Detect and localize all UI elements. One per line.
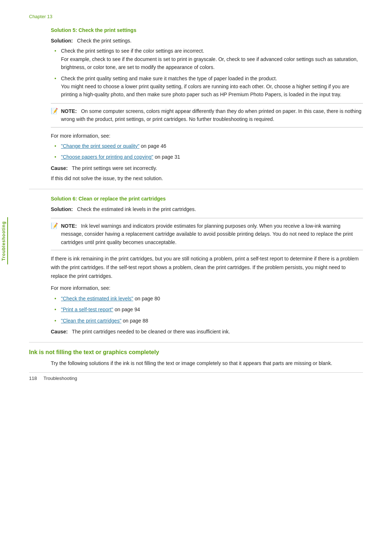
solution6-link-3-anchor[interactable]: "Clean the print cartridges" [61, 318, 121, 324]
solution6-link-1-suffix: on page 80 [133, 296, 160, 301]
footer: 118 Troubleshooting [29, 372, 363, 381]
ink-section-body: Try the following solutions if the ink i… [51, 359, 363, 368]
solution6-body-para: If there is ink remaining in the print c… [51, 255, 363, 280]
solution5-bullet-2: Check the print quality setting and make… [54, 74, 363, 99]
solution6-links-list: "Check the estimated ink levels" on page… [51, 295, 363, 325]
solution5-note-box: 📝 NOTE: On some computer screens, colors… [51, 103, 363, 127]
solution5-block: Solution 5: Check the print settings Sol… [29, 27, 363, 182]
solution6-note-box: 📝 NOTE: Ink level warnings and indicator… [51, 218, 363, 250]
solution5-bullets: Check the print settings to see if the c… [51, 47, 363, 98]
solution5-link-1-anchor[interactable]: "Change the print speed or quality" [61, 143, 139, 149]
solution5-link-2-anchor[interactable]: "Choose papers for printing and copying" [61, 154, 153, 160]
solution5-title: Solution 5: Check the print settings [51, 27, 363, 33]
solution5-bullet-1-main: Check the print settings to see if the c… [61, 48, 204, 54]
divider-2 [29, 342, 363, 343]
solution6-note-text: NOTE: Ink level warnings and indicators … [61, 222, 363, 246]
solution5-note-label: NOTE: [61, 108, 77, 114]
solution6-solution-line: Solution: Check the estimated ink levels… [51, 205, 363, 213]
solution5-bullet-2-sub: You might need to choose a lower print q… [61, 84, 349, 97]
solution5-solution-label: Solution: [51, 38, 73, 44]
solution5-link-2: "Choose papers for printing and copying"… [54, 153, 363, 161]
footer-section-label: Troubleshooting [44, 376, 77, 381]
solution5-link-2-suffix: on page 31 [153, 154, 180, 160]
solution5-cause-label: Cause: [51, 165, 68, 171]
solution6-link-2-suffix: on page 94 [113, 307, 140, 312]
solution5-for-more: For more information, see: [51, 132, 363, 140]
solution6-link-1: "Check the estimated ink levels" on page… [54, 295, 363, 303]
solution6-link-1-anchor[interactable]: "Check the estimated ink levels" [61, 296, 133, 301]
solution5-cause-text: The print settings were set incorrectly. [72, 165, 157, 171]
solution5-solution-text: Check the print settings. [77, 38, 131, 44]
solution6-note-label: NOTE: [61, 223, 77, 229]
footer-page-number: 118 [29, 376, 37, 381]
solution6-title: Solution 6: Clean or replace the print c… [51, 196, 363, 202]
solution5-link-1-suffix: on page 46 [139, 143, 166, 149]
solution5-bullet-2-main: Check the print quality setting and make… [61, 76, 277, 81]
solution6-link-2-anchor[interactable]: "Print a self-test report" [61, 307, 113, 312]
ink-section-title: Ink is not filling the text or graphics … [29, 349, 363, 356]
solution6-note-icon: 📝 [51, 222, 58, 229]
solution6-block: Solution 6: Clean or replace the print c… [29, 196, 363, 336]
solution6-for-more: For more information, see: [51, 284, 363, 292]
solution6-solution-text: Check the estimated ink levels in the pr… [77, 206, 196, 212]
solution5-bullet-1: Check the print settings to see if the c… [54, 47, 363, 71]
solution6-link-3-suffix: on page 88 [121, 318, 148, 324]
solution5-note-text: NOTE: On some computer screens, colors m… [61, 107, 363, 123]
divider-1 [29, 189, 363, 189]
solution5-links-list: "Change the print speed or quality" on p… [51, 142, 363, 161]
ink-section-block: Ink is not filling the text or graphics … [29, 349, 363, 368]
solution5-next-solution: If this did not solve the issue, try the… [51, 174, 363, 182]
solution5-bullet-1-sub: For example, check to see if the documen… [61, 56, 358, 70]
solution5-solution-line: Solution: Check the print settings. [51, 37, 363, 45]
solution6-solution-label: Solution: [51, 206, 73, 212]
solution6-cause-text: The print cartridges needed to be cleane… [72, 329, 230, 335]
solution6-cause-label: Cause: [51, 329, 68, 335]
solution6-cause-line: Cause: The print cartridges needed to be… [51, 328, 363, 336]
chapter-label: Chapter 13 [29, 14, 363, 19]
solution5-link-1: "Change the print speed or quality" on p… [54, 142, 363, 150]
solution6-link-2: "Print a self-test report" on page 94 [54, 305, 363, 313]
note-icon: 📝 [51, 108, 58, 114]
solution6-link-3: "Clean the print cartridges" on page 88 [54, 317, 363, 325]
solution5-cause-line: Cause: The print settings were set incor… [51, 164, 363, 172]
ink-section-body-indent: Try the following solutions if the ink i… [29, 359, 363, 368]
